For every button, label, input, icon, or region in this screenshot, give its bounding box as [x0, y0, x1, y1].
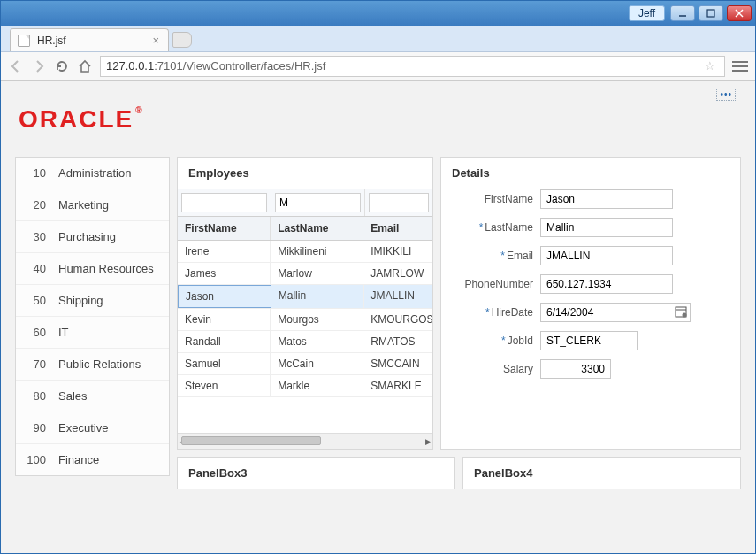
department-id: 50: [25, 294, 46, 307]
col-firstname[interactable]: FirstName: [178, 217, 271, 240]
url-host: 127.0.0.1: [106, 59, 154, 73]
department-row[interactable]: 60IT: [16, 317, 169, 349]
department-name: Executive: [58, 421, 108, 435]
department-id: 60: [25, 326, 46, 339]
department-row[interactable]: 70Public Relations: [16, 349, 169, 381]
cell-lastname: McCain: [271, 353, 363, 374]
department-id: 80: [25, 389, 46, 403]
input-lastname[interactable]: [540, 218, 673, 237]
cell-firstname: Jason: [178, 285, 271, 308]
employee-row[interactable]: IreneMikkilineniIMIKKILI: [178, 241, 432, 263]
department-name: Marketing: [58, 198, 109, 212]
cell-lastname: Matos: [271, 331, 363, 352]
filter-email[interactable]: [369, 193, 429, 212]
department-row[interactable]: 10Administration: [16, 158, 169, 189]
employee-row[interactable]: SamuelMcCainSMCCAIN: [178, 353, 432, 375]
svg-rect-1: [707, 10, 714, 17]
cell-firstname: Randall: [178, 331, 271, 352]
input-hiredate[interactable]: [540, 303, 691, 322]
oracle-logo: ORACLE®: [19, 105, 741, 134]
input-email[interactable]: [540, 246, 673, 265]
input-jobid[interactable]: [540, 331, 638, 350]
cell-lastname: Mikkilineni: [271, 241, 363, 262]
tab-close-icon[interactable]: ×: [152, 34, 159, 47]
svg-point-6: [683, 313, 687, 318]
browser-window: Jeff HR.jsf × 127.0.0.1:7101/ViewControl…: [0, 0, 756, 554]
input-salary[interactable]: [540, 359, 611, 379]
department-name: Finance: [58, 453, 99, 466]
calendar-icon[interactable]: [675, 305, 687, 320]
new-tab-button[interactable]: [172, 32, 192, 48]
employee-row[interactable]: JamesMarlowJAMRLOW: [178, 263, 432, 285]
employee-row[interactable]: JasonMallinJMALLIN: [178, 285, 432, 309]
window-minimize-button[interactable]: [670, 5, 695, 21]
window-close-button[interactable]: [727, 5, 752, 21]
department-row[interactable]: 20Marketing: [16, 189, 169, 221]
table-horizontal-scrollbar[interactable]: ◀▶: [178, 433, 432, 449]
cell-firstname: Samuel: [178, 353, 271, 374]
employee-row[interactable]: KevinMourgosKMOURGOS: [178, 309, 432, 331]
forward-button[interactable]: [31, 58, 47, 74]
employee-row[interactable]: StevenMarkleSMARKLE: [178, 375, 432, 397]
panelbox4: PanelBox4: [462, 457, 741, 489]
cell-lastname: Mourgos: [271, 309, 363, 330]
cell-firstname: Kevin: [178, 309, 271, 330]
cell-email: SMCCAIN: [363, 353, 432, 374]
department-name: Public Relations: [58, 358, 141, 371]
department-name: Administration: [58, 166, 131, 180]
department-row[interactable]: 80Sales: [16, 381, 169, 412]
filter-firstname[interactable]: [181, 193, 267, 212]
page-scroll-area[interactable]: ••• ORACLE® 10Administration20Marketing3…: [1, 81, 755, 553]
panel-options-icon[interactable]: •••: [716, 88, 736, 101]
department-row[interactable]: 40Human Resources: [16, 253, 169, 285]
cell-email: JMALLIN: [364, 285, 432, 308]
browser-toolbar: 127.0.0.1:7101/ViewController/faces/HR.j…: [1, 52, 755, 81]
window-maximize-button[interactable]: [699, 5, 723, 21]
department-name: Shipping: [58, 294, 103, 307]
cell-firstname: Steven: [178, 375, 271, 396]
department-row[interactable]: 30Purchasing: [16, 221, 169, 253]
cell-firstname: Irene: [178, 241, 271, 262]
col-email[interactable]: Email: [363, 217, 432, 240]
department-row[interactable]: 100Finance: [16, 444, 169, 475]
department-list: 10Administration20Marketing30Purchasing4…: [15, 157, 170, 476]
back-button[interactable]: [8, 58, 24, 74]
browser-menu-button[interactable]: [732, 61, 748, 72]
cell-email: JAMRLOW: [363, 263, 432, 284]
address-bar[interactable]: 127.0.0.1:7101/ViewController/faces/HR.j…: [100, 56, 725, 77]
employees-title: Employees: [178, 158, 432, 189]
panelbox3: PanelBox3: [177, 457, 455, 489]
tab-strip: HR.jsf ×: [1, 26, 755, 52]
cell-email: RMATOS: [363, 331, 432, 352]
department-name: Sales: [58, 389, 88, 403]
label-email: *Email: [452, 250, 533, 262]
cell-email: SMARKLE: [363, 375, 432, 396]
details-title: Details: [441, 158, 740, 185]
label-phone: PhoneNumber: [452, 278, 533, 290]
label-jobid: *JobId: [452, 335, 533, 347]
department-id: 20: [25, 198, 46, 212]
department-row[interactable]: 50Shipping: [16, 285, 169, 317]
cell-email: IMIKKILI: [363, 241, 432, 262]
input-firstname[interactable]: [540, 189, 673, 209]
input-phone[interactable]: [540, 274, 673, 294]
bookmark-star-icon[interactable]: ☆: [701, 59, 719, 73]
cell-firstname: James: [178, 263, 271, 284]
page-icon: [18, 35, 30, 47]
reload-button[interactable]: [54, 58, 70, 74]
home-button[interactable]: [77, 58, 93, 74]
url-path: :7101/ViewController/faces/HR.jsf: [154, 59, 325, 73]
browser-tab[interactable]: HR.jsf ×: [10, 28, 169, 51]
col-lastname[interactable]: LastName: [271, 217, 363, 240]
filter-lastname[interactable]: [275, 193, 361, 212]
department-row[interactable]: 90Executive: [16, 412, 169, 444]
tab-title: HR.jsf: [37, 35, 145, 47]
employees-panel: Employees FirstName LastName Email: [177, 157, 433, 450]
department-id: 100: [25, 453, 46, 466]
department-id: 40: [25, 262, 46, 275]
label-lastname: *LastName: [452, 221, 533, 234]
employee-row[interactable]: RandallMatosRMATOS: [178, 331, 432, 353]
department-id: 30: [25, 230, 46, 243]
cell-lastname: Markle: [271, 375, 363, 396]
user-badge: Jeff: [629, 5, 665, 21]
